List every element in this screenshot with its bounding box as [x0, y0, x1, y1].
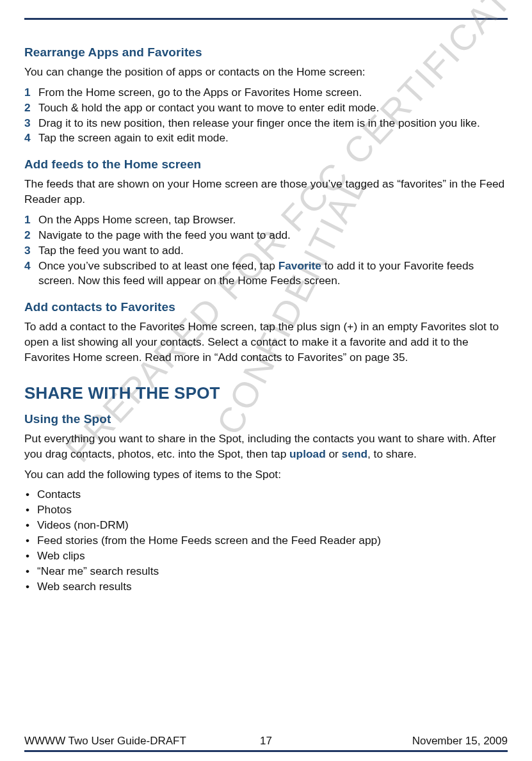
list-item: 2Navigate to the page with the feed you … — [24, 228, 508, 243]
list-item: 3Tap the feed you want to add. — [24, 243, 508, 259]
body-add-contacts: To add a contact to the Favorites Home s… — [24, 319, 508, 365]
step-number: 4 — [24, 259, 38, 289]
step-number: 4 — [24, 131, 38, 146]
section-add-feeds: Add feeds to the Home screen The feeds t… — [24, 157, 508, 289]
send-keyword: send — [342, 447, 367, 460]
step-text: From the Home screen, go to the Apps or … — [38, 85, 362, 100]
intro-add-feeds: The feeds that are shown on your Home sc… — [24, 177, 508, 207]
step-number: 3 — [24, 243, 38, 259]
list-item: “Near me” search results — [24, 564, 508, 579]
text-run: , to share. — [367, 447, 417, 460]
list-item: Feed stories (from the Home Feeds screen… — [24, 533, 508, 549]
list-item: Videos (non-DRM) — [24, 518, 508, 533]
list-item: 3Drag it to its new position, then relea… — [24, 116, 508, 131]
list-item: Web search results — [24, 579, 508, 595]
body-area: Rearrange Apps and Favorites You can cha… — [24, 45, 508, 594]
bottom-rule — [24, 750, 508, 752]
footer-left: WWWW Two User Guide-DRAFT — [24, 735, 186, 748]
upload-keyword: upload — [289, 447, 326, 460]
text-run: or — [326, 447, 342, 460]
step-text: Tap the feed you want to add. — [38, 243, 184, 259]
step-text: Drag it to its new position, then releas… — [38, 116, 480, 131]
step-text: Once you’ve subscribed to at least one f… — [38, 259, 508, 289]
body-spot-intro: Put everything you want to share in the … — [24, 431, 508, 462]
step-number: 1 — [24, 85, 38, 100]
heading-rearrange: Rearrange Apps and Favorites — [24, 45, 508, 60]
step-number: 1 — [24, 212, 38, 228]
footer-page-number: 17 — [260, 735, 272, 748]
heading-using-spot: Using the Spot — [24, 412, 508, 426]
list-item: Photos — [24, 502, 508, 518]
text-run: Once you’ve subscribed to at least one f… — [38, 259, 278, 272]
list-item: Web clips — [24, 549, 508, 564]
favorite-keyword: Favorite — [278, 259, 321, 272]
step-number: 3 — [24, 116, 38, 131]
text-run: Put everything you want to share in the … — [24, 432, 496, 460]
section-using-spot: Using the Spot Put everything you want t… — [24, 412, 508, 595]
heading-add-feeds: Add feeds to the Home screen — [24, 157, 508, 172]
heading-add-contacts: Add contacts to Favorites — [24, 300, 508, 314]
section-add-contacts: Add contacts to Favorites To add a conta… — [24, 300, 508, 365]
footer-right: November 15, 2009 — [412, 735, 508, 748]
major-heading-share: SHARE WITH THE SPOT — [24, 383, 508, 403]
steps-add-feeds: 1On the Apps Home screen, tap Browser. 2… — [24, 212, 508, 289]
footer-line: WWWW Two User Guide-DRAFT 17 November 15… — [24, 735, 508, 748]
intro-rearrange: You can change the position of apps or c… — [24, 65, 508, 80]
steps-rearrange: 1From the Home screen, go to the Apps or… — [24, 85, 508, 146]
body-spot-types: You can add the following types of items… — [24, 467, 508, 483]
list-item: Contacts — [24, 487, 508, 502]
list-item: 2Touch & hold the app or contact you wan… — [24, 100, 508, 116]
spot-item-list: Contacts Photos Videos (non-DRM) Feed st… — [24, 487, 508, 594]
list-item: 4Tap the screen again to exit edit mode. — [24, 131, 508, 146]
document-page: PREPARED FOR FCC CERTIFICATION CONFIDENT… — [0, 0, 532, 761]
list-item: 4 Once you’ve subscribed to at least one… — [24, 259, 508, 289]
step-text: Navigate to the page with the feed you w… — [38, 228, 291, 243]
step-text: On the Apps Home screen, tap Browser. — [38, 212, 236, 228]
page-footer: WWWW Two User Guide-DRAFT 17 November 15… — [24, 735, 508, 752]
step-number: 2 — [24, 228, 38, 243]
list-item: 1On the Apps Home screen, tap Browser. — [24, 212, 508, 228]
list-item: 1From the Home screen, go to the Apps or… — [24, 85, 508, 100]
section-rearrange: Rearrange Apps and Favorites You can cha… — [24, 45, 508, 146]
step-number: 2 — [24, 100, 38, 116]
step-text: Tap the screen again to exit edit mode. — [38, 131, 229, 146]
step-text: Touch & hold the app or contact you want… — [38, 100, 379, 116]
top-rule — [24, 18, 508, 20]
